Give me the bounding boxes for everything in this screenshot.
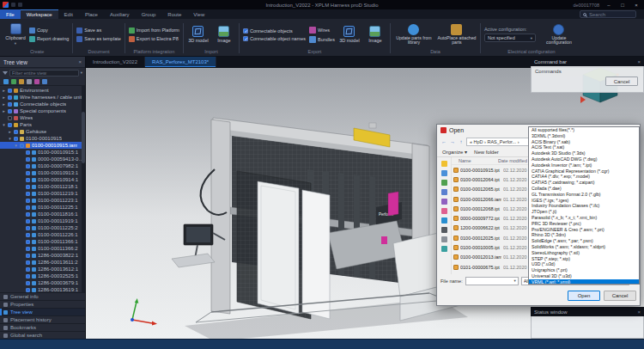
ribbon-tab[interactable]: File <box>0 9 21 19</box>
visibility-checkbox[interactable] <box>8 102 12 107</box>
ribbon-tab[interactable]: Auxiliary <box>104 9 136 19</box>
document-tab[interactable]: RAS_Perforex_MT2103* <box>145 57 216 67</box>
file-type-option[interactable]: STEP (*.step; *.stp) <box>529 256 639 262</box>
visibility-checkbox[interactable] <box>26 219 30 223</box>
file-type-option[interactable]: CATIA4 (*.dlv; *.exp; *.model) <box>529 174 639 180</box>
tree-item[interactable]: ▸ Gehäuse <box>0 128 85 135</box>
side-panel-tab[interactable]: Bookmarks <box>0 323 85 331</box>
tree-item[interactable]: 0100-00011219:1 <box>0 190 85 197</box>
visibility-checkbox[interactable] <box>26 157 30 162</box>
tree-item[interactable]: 0100-00011218:1 <box>0 183 85 190</box>
expand-arrow-icon[interactable]: ▸ <box>2 101 6 107</box>
visibility-checkbox[interactable] <box>26 199 30 203</box>
dialog-nav-icon[interactable] <box>441 217 447 223</box>
export-3d-model-button[interactable]: 3D model <box>338 26 361 43</box>
visibility-checkbox[interactable] <box>26 288 30 292</box>
export-to-electra-button[interactable]: Export to Electra P8 <box>129 36 179 42</box>
side-panel-tab[interactable]: General info <box>0 292 85 300</box>
update-configuration-button[interactable]: Update configuration <box>539 24 579 46</box>
command-cancel-button[interactable]: Cancel <box>605 77 638 86</box>
file-type-option[interactable]: JTOpen (*.jt) <box>529 209 639 215</box>
dialog-nav-icon[interactable] <box>441 246 447 252</box>
tree-toolbar-icon[interactable] <box>11 79 16 84</box>
expand-arrow-icon[interactable]: ▾ <box>8 136 12 141</box>
visibility-checkbox[interactable] <box>8 89 12 93</box>
dialog-nav-icon[interactable] <box>441 170 447 176</box>
visibility-checkbox[interactable] <box>26 247 30 251</box>
visibility-checkbox[interactable] <box>26 233 30 237</box>
visibility-checkbox[interactable] <box>26 212 30 217</box>
tree-item[interactable]: 0100-00011223:1 <box>0 197 85 204</box>
tree-item[interactable]: 0100-00010915:1 <box>0 149 85 156</box>
dialog-nav-icon[interactable] <box>441 189 447 195</box>
file-type-option[interactable]: Universal 3D (*.u3d) <box>529 273 639 279</box>
save-as-template-button[interactable]: Save as template <box>76 36 121 42</box>
quick-access-icon[interactable] <box>11 3 15 7</box>
dialog-nav-icon[interactable] <box>441 180 447 186</box>
file-type-option[interactable]: ACIS Binary (*.sab) <box>529 139 639 145</box>
file-type-option[interactable]: 3DXML (*.3dxml) <box>529 133 639 139</box>
tree-item[interactable]: ▸ Wire harnesses / cable units <box>0 94 85 101</box>
back-icon[interactable]: ← <box>440 139 447 144</box>
search-input[interactable] <box>589 12 632 17</box>
file-type-option[interactable]: All supported files(*.*) <box>529 127 639 133</box>
tree-item[interactable]: 1286-00003679:1 <box>0 279 85 286</box>
file-type-option[interactable]: Autodesk AutoCAD DWG (*.dwg) <box>529 156 639 162</box>
autoplace-parts-button[interactable]: AutoPlace attached parts <box>437 24 477 46</box>
file-type-option[interactable]: StereoLithography (*.stl) <box>529 250 639 256</box>
up-icon[interactable]: ↑ <box>458 139 465 144</box>
tree-item[interactable]: 1286-00032525:1 <box>0 272 85 279</box>
document-tab[interactable]: Introduction_V2022 <box>86 57 145 67</box>
file-type-option[interactable]: Autodesk 3D Studio (*.3ds) <box>529 150 639 156</box>
ribbon-tab[interactable]: View <box>187 9 210 19</box>
visibility-checkbox[interactable] <box>26 185 30 189</box>
visibility-checkbox[interactable] <box>14 137 18 141</box>
close-panel-icon[interactable]: × <box>637 59 641 64</box>
import-image-button[interactable]: Image <box>213 26 235 43</box>
import-from-platform-button[interactable]: Import from Platform <box>129 28 179 34</box>
tree-item[interactable]: ▾ Parts <box>0 121 85 128</box>
dialog-nav-icon[interactable] <box>441 161 447 167</box>
quick-access-icon-2[interactable] <box>18 3 22 7</box>
tree-item[interactable]: 0100-00011366:1 <box>0 238 85 245</box>
tree-toolbar-icon[interactable] <box>27 79 32 84</box>
file-type-option[interactable]: Autodesk Inventor (*.iam; *.ipt) <box>529 162 639 168</box>
tree-item[interactable]: 1286-00013611:2 <box>0 259 85 266</box>
tree-item[interactable]: 0100-00010913:1 <box>0 169 85 176</box>
visibility-checkbox[interactable] <box>8 95 12 100</box>
close-button[interactable]: × <box>632 3 641 8</box>
tree-item[interactable]: ▾ 0100-00010915.iam <box>0 142 85 149</box>
file-type-option[interactable]: U3D (*.u3d) <box>529 261 639 267</box>
expand-arrow-icon[interactable]: ▸ <box>8 129 12 134</box>
tree-item[interactable]: 0000-00059413-0007:1 <box>0 156 85 162</box>
import-3d-model-button[interactable]: 3D model <box>187 26 210 43</box>
tree-item[interactable]: 0100-00011366:2 <box>0 245 85 252</box>
clipboard-button[interactable]: Clipboard ▾ <box>5 23 26 46</box>
maximize-button[interactable]: □ <box>618 3 627 8</box>
expand-arrow-icon[interactable]: ▸ <box>2 88 6 93</box>
tree-item[interactable]: 0100-00007982:1 <box>0 162 85 169</box>
file-name-combo[interactable]: ▾ <box>465 277 519 285</box>
tree-item[interactable]: 1286-00013612:1 <box>0 266 85 272</box>
tree-item[interactable]: ▸ Connectable objects <box>0 101 85 107</box>
visibility-checkbox[interactable] <box>8 123 12 127</box>
visibility-checkbox[interactable] <box>26 281 30 285</box>
tree-scrollbar[interactable] <box>82 86 85 292</box>
expand-arrow-icon[interactable]: ▾ <box>14 143 18 148</box>
expand-arrow-icon[interactable]: ▸ <box>2 95 6 100</box>
visibility-checkbox[interactable] <box>26 164 30 168</box>
dialog-nav-icon[interactable] <box>441 208 447 214</box>
side-panel-tab[interactable]: Global search <box>0 331 85 339</box>
tree-item[interactable]: 1286-00013619:1 <box>0 286 85 292</box>
file-type-option[interactable]: CATIA Graphical Representation (*.cgr) <box>529 168 639 174</box>
update-parts-button[interactable]: Update parts from library <box>394 24 434 46</box>
file-type-option[interactable]: VRML (*.wrl; *.vrml) <box>529 279 639 285</box>
save-as-button[interactable]: Save as <box>76 28 121 34</box>
file-type-option[interactable]: GL Transmission Format 2.0 (*.glb) <box>529 192 639 198</box>
file-type-option[interactable]: IGES (*.igs; *.iges) <box>529 198 639 204</box>
dialog-nav-icon[interactable] <box>441 236 447 242</box>
close-panel-icon[interactable]: × <box>637 309 641 315</box>
ribbon-tab[interactable]: Place <box>79 9 104 19</box>
visibility-checkbox[interactable] <box>26 192 30 196</box>
organize-button[interactable]: Organize ▾ <box>442 149 467 155</box>
